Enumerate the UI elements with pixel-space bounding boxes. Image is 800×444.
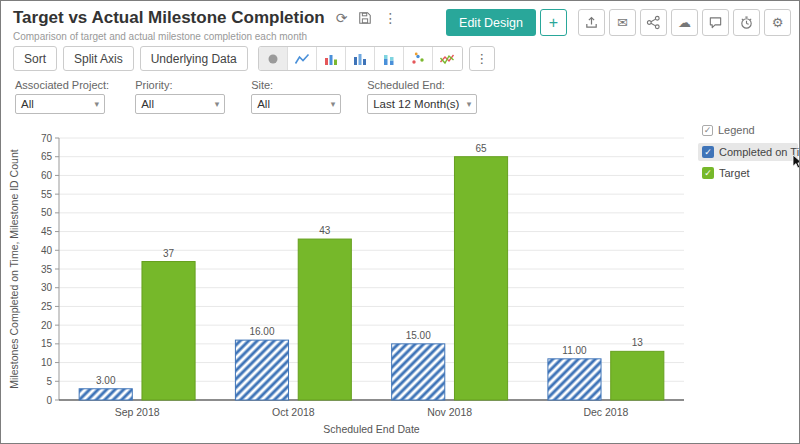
alarm-icon [739, 15, 754, 30]
y-tick-label: 40 [41, 245, 53, 256]
priority-select[interactable]: All ▾ [135, 94, 225, 114]
analytics-window: Target vs Actual Milestone Completion ⟳ … [0, 0, 800, 444]
legend-checkbox[interactable]: ✓ [702, 125, 713, 136]
filter-priority: Priority: All ▾ [135, 79, 225, 114]
legend-item-target[interactable]: ✓ Target [698, 164, 798, 182]
bar-completed-on-time[interactable] [548, 359, 601, 400]
underlying-data-button[interactable]: Underlying Data [140, 46, 248, 71]
y-tick-label: 35 [41, 264, 53, 275]
settings-button[interactable]: ⚙ [764, 9, 791, 36]
value-label: 16.00 [249, 326, 274, 337]
y-tick-label: 50 [41, 207, 53, 218]
select-value: All [21, 98, 34, 110]
y-tick-label: 60 [41, 170, 53, 181]
chart-type-group [258, 46, 463, 71]
filter-scheduled-end: Scheduled End: Last 12 Month(s) ▾ [367, 79, 477, 114]
refresh-icon[interactable]: ⟳ [336, 11, 348, 25]
y-tick-label: 20 [41, 320, 53, 331]
filter-label: Associated Project: [15, 79, 109, 91]
bar-target[interactable] [142, 262, 195, 400]
add-button[interactable]: + [540, 9, 567, 36]
export-button[interactable] [578, 9, 605, 36]
bubble-chart-icon[interactable] [259, 47, 288, 70]
sort-button[interactable]: Sort [13, 46, 57, 71]
combo-chart-icon[interactable] [433, 47, 462, 70]
y-tick-label: 70 [41, 133, 53, 144]
title-block: Target vs Actual Milestone Completion ⟳ … [13, 8, 397, 42]
caret-down-icon: ▾ [94, 99, 99, 109]
bar-target[interactable] [298, 239, 351, 400]
share-icon [646, 15, 661, 30]
page-title: Target vs Actual Milestone Completion [13, 8, 325, 28]
bar-target[interactable] [611, 351, 664, 400]
y-axis-title: Milestones Completed on Time, Milestone … [8, 149, 20, 388]
stacked-chart-icon[interactable] [375, 47, 404, 70]
y-tick-label: 0 [46, 395, 52, 406]
bar-completed-on-time[interactable] [235, 340, 288, 400]
export-icon [584, 15, 599, 30]
chart-region: 0510152025303540455055606570Sep 20183.00… [1, 118, 799, 444]
toolbar: Sort Split Axis Underlying Data [1, 43, 799, 71]
x-category-label: Sep 2018 [115, 406, 160, 418]
edit-design-button[interactable]: Edit Design [446, 9, 536, 36]
y-tick-label: 10 [41, 357, 53, 368]
alert-button[interactable] [733, 9, 760, 36]
line-chart-icon[interactable] [288, 47, 317, 70]
save-icon[interactable] [358, 11, 372, 25]
value-label: 11.00 [562, 345, 587, 356]
select-value: All [141, 98, 154, 110]
split-axis-button[interactable]: Split Axis [63, 46, 134, 71]
filter-bar: Associated Project: All ▾ Priority: All … [1, 71, 799, 114]
legend-item-label: Completed on Time [719, 146, 800, 158]
more-options-icon[interactable]: ⋮ [383, 11, 397, 25]
y-tick-label: 5 [46, 376, 52, 387]
value-label: 15.00 [406, 330, 431, 341]
value-label: 37 [163, 248, 175, 259]
value-label: 3.00 [96, 375, 116, 386]
scheduled-end-select[interactable]: Last 12 Month(s) ▾ [367, 94, 477, 114]
site-select[interactable]: All ▾ [251, 94, 341, 114]
filter-associated-project: Associated Project: All ▾ [15, 79, 109, 114]
value-label: 65 [475, 143, 487, 154]
share-button[interactable] [640, 9, 667, 36]
page-subtitle: Comparison of target and actual mileston… [13, 31, 397, 42]
filter-site: Site: All ▾ [251, 79, 341, 114]
select-value: All [257, 98, 270, 110]
y-tick-label: 25 [41, 301, 53, 312]
y-tick-label: 15 [41, 338, 53, 349]
bar-completed-on-time[interactable] [392, 344, 445, 400]
legend-panel: ✓ Legend ✓ Completed on Time ✓ Target [698, 124, 798, 185]
comment-button[interactable] [702, 9, 729, 36]
bar-chart-icon[interactable] [346, 47, 375, 70]
check-icon: ✓ [704, 148, 712, 157]
bar-target[interactable] [454, 157, 507, 400]
email-button[interactable]: ✉ [609, 9, 636, 36]
value-label: 43 [319, 225, 331, 236]
y-tick-label: 55 [41, 189, 53, 200]
cloud-upload-button[interactable]: ☁ [671, 9, 698, 36]
comment-icon [708, 15, 723, 30]
check-icon: ✓ [704, 169, 712, 178]
x-category-label: Dec 2018 [583, 406, 628, 418]
milestone-bar-chart[interactable]: 0510152025303540455055606570Sep 20183.00… [7, 120, 692, 440]
header: Target vs Actual Milestone Completion ⟳ … [1, 1, 799, 43]
caret-down-icon: ▾ [215, 99, 220, 109]
legend-header[interactable]: ✓ Legend [698, 124, 798, 136]
legend-item-label: Target [719, 167, 750, 179]
associated-project-select[interactable]: All ▾ [15, 94, 105, 114]
header-actions: Edit Design + ✉ ☁ ⚙ [446, 9, 791, 36]
target-checkbox[interactable]: ✓ [702, 167, 714, 179]
x-category-label: Nov 2018 [427, 406, 472, 418]
bar-completed-on-time[interactable] [79, 389, 132, 400]
column-chart-icon[interactable] [317, 47, 346, 70]
check-icon: ✓ [704, 126, 712, 135]
caret-down-icon: ▾ [467, 99, 472, 109]
value-label: 13 [632, 337, 644, 348]
legend-item-completed-on-time[interactable]: ✓ Completed on Time [698, 143, 798, 161]
y-tick-label: 45 [41, 226, 53, 237]
legend-title: Legend [718, 124, 755, 136]
more-chart-types-button[interactable]: ⋮ [469, 46, 495, 71]
scatter-chart-icon[interactable] [404, 47, 433, 70]
x-axis-title: Scheduled End Date [323, 423, 419, 435]
completed-on-time-checkbox[interactable]: ✓ [702, 146, 714, 158]
